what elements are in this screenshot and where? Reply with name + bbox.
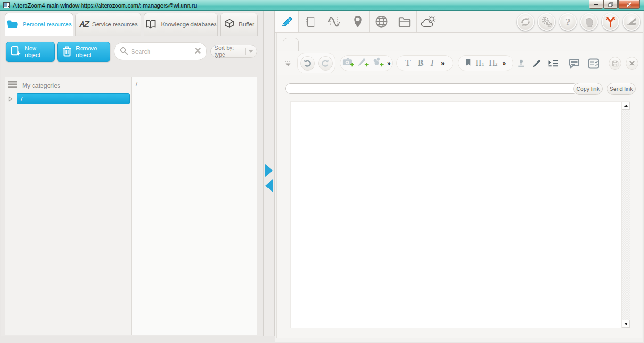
scroll-down-button[interactable]: [622, 320, 630, 328]
settings-button[interactable]: [538, 13, 555, 31]
app-window: AlteroZoom4 main window https://alterozo…: [0, 0, 644, 343]
insert-list-icon[interactable]: [547, 59, 559, 70]
document-tab[interactable]: [283, 38, 299, 51]
tool-locations[interactable]: [346, 11, 370, 32]
tab-personal-resources[interactable]: Personal resources: [5, 13, 73, 36]
undo-redo-group: [297, 53, 335, 74]
remove-object-label: Remove object: [76, 45, 106, 58]
profile-button[interactable]: [580, 13, 598, 31]
tool-files[interactable]: [393, 11, 417, 32]
search-input[interactable]: [130, 48, 192, 56]
stamp-pin-icon[interactable]: [516, 58, 526, 70]
tab-knowledge-databases[interactable]: Knowledge databases: [144, 13, 218, 36]
add-drawing-icon[interactable]: [357, 57, 370, 70]
new-object-button[interactable]: New object: [6, 42, 55, 62]
caret-right-icon[interactable]: [5, 96, 17, 102]
maximize-button[interactable]: [603, 0, 618, 9]
redo-button[interactable]: [318, 56, 333, 71]
new-object-icon: [10, 45, 22, 58]
editor-page[interactable]: [291, 102, 621, 328]
help-button[interactable]: ?: [559, 13, 577, 31]
notebook-icon: [304, 16, 317, 28]
pencil-icon: [280, 15, 294, 29]
tool-functions[interactable]: [322, 11, 346, 32]
comment-icon[interactable]: [568, 58, 580, 71]
h2-letter: H: [489, 58, 495, 68]
heading2-button[interactable]: H2: [489, 58, 498, 68]
text-overflow-chevron[interactable]: »: [441, 59, 445, 67]
floppy-save-icon: [611, 60, 619, 67]
tab-label: Personal resources: [23, 21, 71, 28]
categories-title: My categories: [22, 82, 60, 89]
checklist-icon[interactable]: [587, 58, 600, 71]
collapse-toolbar-icon[interactable]: [283, 59, 293, 69]
tool-notes[interactable]: [275, 11, 299, 32]
italic-button[interactable]: I: [431, 58, 434, 68]
utility-buttons: ?: [517, 13, 640, 31]
question-mark-icon: ?: [565, 16, 570, 28]
tool-notebook[interactable]: [299, 11, 322, 32]
minimize-button[interactable]: [589, 0, 603, 9]
close-x-icon: [629, 60, 635, 66]
copy-link-button[interactable]: Copy link: [573, 83, 603, 95]
arrow-down-icon: [624, 323, 628, 325]
sort-separator: [245, 48, 246, 55]
editor-toolbar: » T B I » H1 H2 »: [277, 51, 642, 75]
current-path-label: /: [132, 77, 257, 90]
clear-search-icon[interactable]: [194, 47, 201, 56]
expand-right-arrow[interactable]: [265, 164, 273, 177]
az-logo-icon: AZ: [79, 20, 88, 29]
maximize-icon: [608, 2, 613, 7]
tree-row: /: [5, 93, 131, 104]
undo-button[interactable]: [300, 56, 315, 71]
expand-left-arrow[interactable]: [265, 179, 273, 192]
search-box: [114, 42, 207, 60]
document-content: [290, 101, 630, 328]
h1-letter: H: [476, 58, 482, 68]
save-button[interactable]: [609, 57, 621, 70]
link-input[interactable]: [285, 83, 578, 94]
antenna-icon: [605, 16, 616, 28]
sync-icon: [520, 16, 531, 28]
close-button[interactable]: [618, 0, 640, 9]
text-style-button[interactable]: T: [405, 58, 411, 68]
bold-button[interactable]: B: [418, 58, 424, 68]
heading-overflow-chevron[interactable]: »: [503, 59, 506, 67]
brand-logo-button[interactable]: [623, 13, 640, 31]
tab-service-resources[interactable]: AZ Service resources: [75, 13, 141, 36]
media-overflow-chevron[interactable]: »: [387, 59, 391, 67]
tab-buffer[interactable]: Buffer: [220, 13, 258, 36]
insert-media-group: »: [340, 55, 393, 71]
chevron-down-icon: [248, 50, 253, 53]
sync-button[interactable]: [517, 13, 534, 31]
window-title: AlteroZoom4 main window https://alterozo…: [13, 2, 197, 9]
bookmark-icon[interactable]: [465, 58, 471, 68]
close-document-button[interactable]: [626, 57, 638, 70]
folder-icon: [6, 18, 18, 31]
tool-weather[interactable]: [417, 11, 440, 32]
title-bar[interactable]: AlteroZoom4 main window https://alterozo…: [0, 0, 644, 11]
broadcast-button[interactable]: [602, 13, 619, 31]
send-link-button[interactable]: Send link: [607, 83, 636, 95]
arrow-up-icon: [624, 105, 628, 107]
undo-icon: [303, 58, 312, 68]
scroll-up-button[interactable]: [622, 102, 630, 110]
scrollbar-track[interactable]: [622, 110, 630, 320]
objects-list-panel[interactable]: /: [132, 77, 257, 335]
add-photo-icon[interactable]: [342, 57, 355, 70]
heading1-button[interactable]: H1: [476, 58, 485, 68]
resource-tabs: Personal resources AZ Service resources …: [5, 13, 258, 37]
tree-item-root[interactable]: /: [17, 93, 130, 104]
tab-label: Knowledge databases: [161, 21, 216, 28]
add-shape-icon[interactable]: [372, 57, 385, 70]
text-format-group: T B I »: [396, 55, 453, 71]
tool-web[interactable]: [370, 11, 393, 32]
vertical-scrollbar[interactable]: [621, 102, 630, 328]
hamburger-icon[interactable]: [8, 81, 17, 90]
minimize-icon: [594, 4, 598, 5]
search-icon: [119, 46, 128, 57]
app-icon: [3, 1, 10, 10]
sort-dropdown[interactable]: Sort by: type: [210, 45, 257, 58]
remove-object-button[interactable]: Remove object: [57, 42, 110, 62]
edit-pencil-icon[interactable]: [532, 58, 542, 70]
